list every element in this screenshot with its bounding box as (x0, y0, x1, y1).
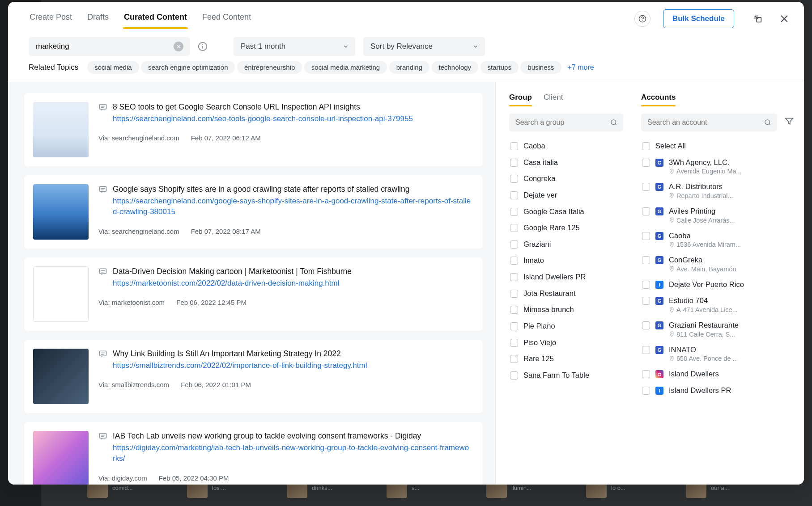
tab-curated-content[interactable]: Curated Content (123, 8, 188, 29)
checkbox[interactable] (642, 183, 650, 191)
time-filter-select[interactable] (234, 37, 355, 56)
bulk-schedule-button[interactable]: Bulk Schedule (663, 9, 734, 28)
checkbox[interactable] (510, 208, 518, 216)
checkbox[interactable] (510, 371, 518, 380)
topic-chip[interactable]: entrepreneurship (237, 61, 302, 74)
topic-chip[interactable]: business (520, 61, 561, 74)
checkbox[interactable] (642, 207, 650, 215)
checkbox[interactable] (642, 346, 650, 354)
filter-icon[interactable] (784, 116, 794, 126)
group-row[interactable]: Sana Farm To Table (509, 367, 621, 384)
checkbox[interactable] (510, 159, 518, 167)
group-row[interactable]: Piso Viejo (509, 334, 621, 351)
account-row[interactable]: f Dejate Ver Puerto Rico (641, 276, 792, 293)
account-row[interactable]: G Estudio 704A-471 Avenida Lice... (641, 292, 792, 317)
account-row[interactable]: G ConGrekaAve. Main, Bayamón (641, 252, 792, 276)
result-url[interactable]: https://searchengineland.com/seo-tools-g… (113, 114, 471, 125)
help-icon[interactable] (634, 11, 650, 27)
account-row[interactable]: f Island Dwellers PR (641, 382, 792, 399)
checkbox[interactable] (510, 191, 518, 199)
checkbox[interactable] (642, 321, 650, 329)
accounts-tab[interactable]: Accounts (641, 93, 676, 106)
checkbox[interactable] (510, 224, 518, 232)
more-topics-link[interactable]: +7 more (568, 63, 594, 72)
close-icon[interactable] (779, 13, 790, 24)
checkbox[interactable] (510, 273, 518, 281)
group-row[interactable]: Rare 125 (509, 350, 621, 367)
topic-chip[interactable]: branding (389, 61, 429, 74)
results-list[interactable]: 8 SEO tools to get Google Search Console… (8, 82, 495, 485)
result-thumb (33, 184, 89, 240)
result-card[interactable]: Data-Driven Decision Making cartoon | Ma… (24, 257, 483, 331)
checkbox[interactable] (510, 142, 518, 150)
result-url[interactable]: https://digiday.com/marketing/iab-tech-l… (113, 443, 471, 464)
checkbox[interactable] (642, 370, 650, 378)
tab-create-post[interactable]: Create Post (29, 8, 73, 29)
popout-icon[interactable] (753, 14, 763, 24)
checkbox[interactable] (510, 257, 518, 265)
tab-drafts[interactable]: Drafts (86, 8, 110, 29)
account-name: Caoba (669, 231, 791, 240)
account-row[interactable]: G Aviles PrintingCalle José Arrarás... (641, 203, 792, 228)
topic-chip[interactable]: technology (432, 61, 479, 74)
checkbox[interactable] (642, 232, 650, 240)
account-row[interactable]: G INNATO650 Ave. Ponce de ... (641, 342, 792, 366)
checkbox[interactable] (510, 355, 518, 363)
account-name: 3Wh Agency, LLC. (669, 158, 791, 167)
account-row[interactable]: G Caoba1536 Avenida Miram... (641, 228, 792, 252)
topic-chip[interactable]: startups (480, 61, 519, 74)
account-search-input[interactable] (641, 114, 777, 131)
group-row[interactable]: Innato (509, 252, 621, 269)
group-row[interactable]: Casa italia (509, 154, 621, 171)
group-tab-group[interactable]: Group (509, 93, 532, 106)
checkbox[interactable] (510, 322, 518, 330)
result-card[interactable]: Google says Shopify sites are in a good … (24, 175, 483, 249)
info-icon[interactable] (198, 42, 208, 51)
account-row[interactable]: G Graziani Restaurante811 Calle Cerra, S… (641, 317, 792, 342)
checkbox[interactable] (642, 281, 650, 289)
select-all-row[interactable]: Select All (641, 138, 792, 154)
result-url[interactable]: https://searchengineland.com/google-says… (113, 196, 471, 218)
checkbox[interactable] (642, 256, 650, 264)
account-row[interactable]: ◘ Island Dwellers (641, 366, 792, 382)
group-search-input[interactable] (509, 114, 623, 131)
group-row[interactable]: Caoba (509, 138, 621, 154)
result-thumb (33, 266, 89, 322)
group-row[interactable]: Congreka (509, 170, 621, 187)
checkbox[interactable] (510, 240, 518, 249)
result-url[interactable]: https://marketoonist.com/2022/02/data-dr… (113, 278, 471, 289)
account-address: Calle José Arrarás... (669, 217, 791, 224)
group-row[interactable]: Graziani (509, 236, 621, 253)
group-row[interactable]: Pie Plano (509, 318, 621, 334)
checkbox[interactable] (642, 297, 650, 305)
checkbox[interactable] (510, 306, 518, 314)
group-row[interactable]: Google Rare 125 (509, 219, 621, 236)
group-row[interactable]: Island Dwellers PR (509, 269, 621, 285)
checkbox[interactable] (510, 339, 518, 347)
checkbox[interactable] (642, 142, 650, 150)
group-row[interactable]: Google Casa Italia (509, 203, 621, 220)
topic-chip[interactable]: social media (87, 61, 139, 74)
checkbox[interactable] (510, 175, 518, 183)
result-card[interactable]: 8 SEO tools to get Google Search Console… (24, 93, 483, 166)
tab-feed-content[interactable]: Feed Content (201, 8, 252, 29)
sort-select[interactable] (363, 37, 485, 56)
group-list[interactable]: CaobaCasa italiaCongrekaDejate verGoogle… (509, 138, 623, 474)
topic-search-input[interactable] (29, 37, 190, 56)
account-row[interactable]: G 3Wh Agency, LLC.Avenida Eugenio Ma... (641, 154, 792, 179)
result-card[interactable]: IAB Tech Lab unveils new working group t… (24, 422, 483, 485)
result-url[interactable]: https://smallbiztrends.com/2022/02/impor… (113, 360, 471, 371)
topic-chip[interactable]: search engine optimization (141, 61, 235, 74)
checkbox[interactable] (510, 290, 518, 298)
account-row[interactable]: G A.R. DistributorsReparto Industrial... (641, 178, 792, 203)
result-card[interactable]: Why Link Building Is Still An Important … (24, 340, 483, 413)
checkbox[interactable] (642, 387, 650, 395)
clear-search-icon[interactable]: ✕ (174, 42, 183, 51)
group-tab-client[interactable]: Client (544, 93, 563, 106)
group-row[interactable]: Dejate ver (509, 187, 621, 203)
group-row[interactable]: Mimosa brunch (509, 301, 621, 318)
checkbox[interactable] (642, 159, 650, 167)
group-row[interactable]: Jota Restaurant (509, 285, 621, 302)
topic-chip[interactable]: social media marketing (304, 61, 387, 74)
account-list[interactable]: Select All G 3Wh Agency, LLC.Avenida Eug… (641, 138, 794, 474)
